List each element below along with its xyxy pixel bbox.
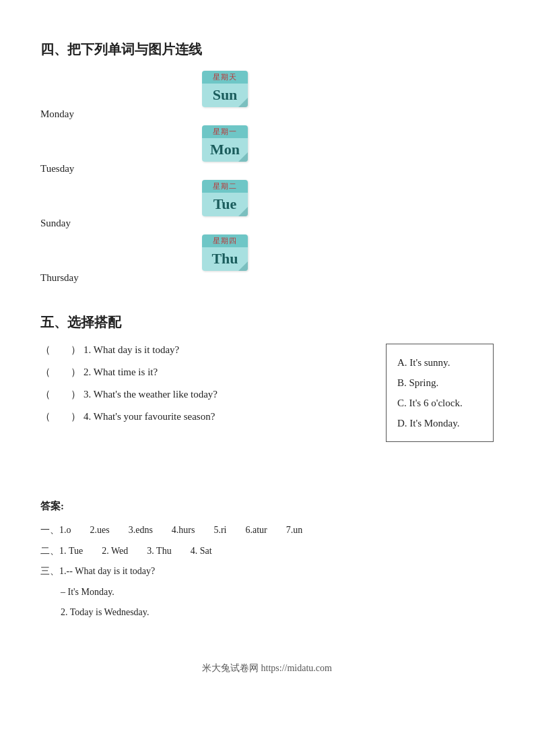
calendar-card-mon: 星期一 Mon [202,125,248,162]
word-tuesday: Tuesday [40,163,74,175]
answer-c: C. It's 6 o'clock. [397,393,482,413]
section-four: 四、把下列单词与图片连线 星期天 Sun Monday 星期一 M [40,40,494,289]
footer-text: 米大兔试卷网 https://midatu.com [202,663,332,673]
calendar-card-sun: 星期天 Sun [202,71,248,107]
paren-3: （ ） [40,388,81,401]
match-row-3: 星期二 Tue Sunday [40,180,494,229]
calendar-card-thu: 星期四 Thu [202,234,248,271]
question-text-3: 3. What's the weather like today? [84,389,218,400]
calendar-bottom-tue: Tue [202,193,248,216]
question-1: （ ） 1. What day is it today? [40,344,359,356]
calendar-top-sun: 星期天 [202,71,248,84]
match-row-4: 星期四 Thu Thursday [40,234,494,284]
calendar-top-thu: 星期四 [202,234,248,247]
section-five-title: 五、选择搭配 [40,313,494,332]
calendar-bottom-mon: Mon [202,138,248,162]
questions-col: （ ） 1. What day is it today? （ ） 2. What… [40,344,359,442]
answer-a: A. It's sunny. [397,352,482,373]
calendar-card-tue: 星期二 Tue [202,180,248,216]
answer-title: 答案: [40,496,494,516]
footer: 米大兔试卷网 https://midatu.com [40,662,494,674]
calendar-bottom-sun: Sun [202,84,248,107]
paren-4: （ ） [40,410,81,423]
calendar-bottom-thu: Thu [202,247,248,271]
answer-section: 答案: 一、1.o 2.ues 3.edns 4.hurs 5.ri 6.atu… [40,496,494,622]
answer-row-1: 一、1.o 2.ues 3.edns 4.hurs 5.ri 6.atur 7.… [40,522,494,540]
question-4: （ ） 4. What's your favourite season? [40,410,359,423]
answer-row-3: 三、1.-- What day is it today? [40,563,494,581]
answer-row-5: 2. Today is Wednesday. [61,604,494,622]
match-container: 星期天 Sun Monday 星期一 Mon Tuesday [40,71,494,289]
answer-b: B. Spring. [397,373,482,393]
paren-1: （ ） [40,344,81,356]
matching-exercise: （ ） 1. What day is it today? （ ） 2. What… [40,344,494,442]
answer-d: D. It's Monday. [397,413,482,433]
word-monday: Monday [40,108,74,120]
paren-2: （ ） [40,366,81,379]
section-five: 五、选择搭配 （ ） 1. What day is it today? （ ） … [40,313,494,442]
match-row-1: 星期天 Sun Monday [40,71,494,120]
section-four-title: 四、把下列单词与图片连线 [40,40,494,59]
question-2: （ ） 2. What time is it? [40,366,359,379]
question-text-2: 2. What time is it? [84,367,158,378]
word-sunday: Sunday [40,218,71,229]
answer-row-2: 二、1. Tue 2. Wed 3. Thu 4. Sat [40,542,494,561]
word-thursday: Thursday [40,272,79,284]
question-3: （ ） 3. What's the weather like today? [40,388,359,401]
calendar-top-mon: 星期一 [202,125,248,138]
answers-box: A. It's sunny. B. Spring. C. It's 6 o'cl… [386,344,494,442]
match-row-2: 星期一 Mon Tuesday [40,125,494,175]
question-text-1: 1. What day is it today? [84,344,179,356]
answer-row-4: – It's Monday. [61,584,494,602]
calendar-top-tue: 星期二 [202,180,248,193]
question-text-4: 4. What's your favourite season? [84,411,215,422]
